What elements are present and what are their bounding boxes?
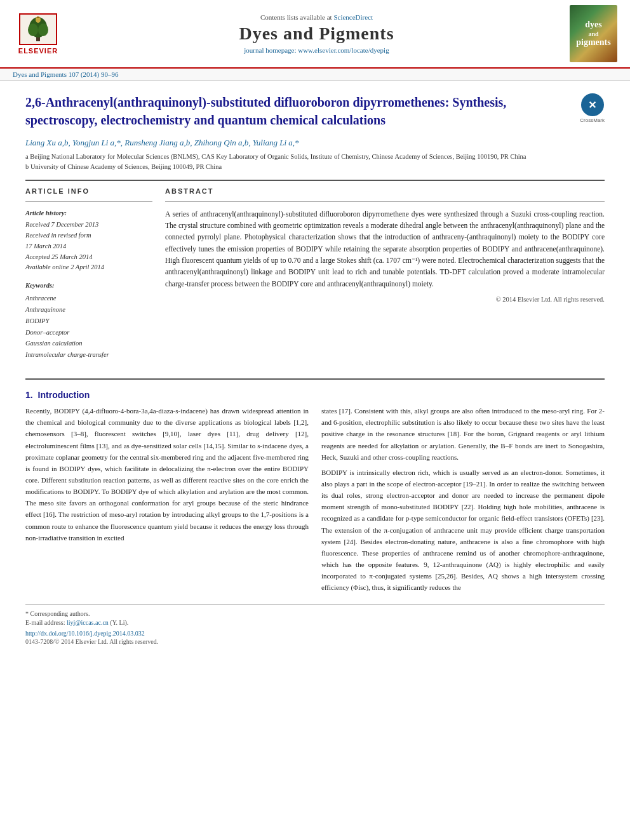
article-info-col: ARTICLE INFO Article history: Received 7… bbox=[25, 187, 152, 369]
abstract-divider bbox=[165, 201, 605, 202]
keyword-2: Anthraquinone bbox=[25, 304, 152, 316]
authors: Liang Xu a,b, Yongjun Li a,*, Runsheng J… bbox=[25, 138, 605, 148]
elsevier-label: ELSEVIER bbox=[18, 47, 58, 55]
abstract-col: ABSTRACT A series of anthracenyl(anthraq… bbox=[165, 187, 605, 369]
citation-bar: Dyes and Pigments 107 (2014) 90–96 bbox=[0, 69, 630, 81]
abstract-heading: ABSTRACT bbox=[165, 187, 605, 195]
intro-title: Introduction bbox=[38, 390, 90, 400]
elsevier-logo-box bbox=[19, 13, 57, 45]
keyword-4: Donor–acceptor bbox=[25, 327, 152, 338]
email-note: (Y. Li). bbox=[110, 619, 128, 626]
crossmark-circle: ✕ bbox=[581, 93, 604, 116]
available-date: Available online 2 April 2014 bbox=[25, 263, 104, 270]
doi-link[interactable]: http://dx.doi.org/10.1016/j.dyepig.2014.… bbox=[25, 630, 145, 637]
article-info-heading: ARTICLE INFO bbox=[25, 187, 152, 195]
keyword-3: BODIPY bbox=[25, 316, 152, 327]
doi-line: http://dx.doi.org/10.1016/j.dyepig.2014.… bbox=[25, 630, 605, 637]
intro-col2-p1: states [17]. Consistent with this, alkyl… bbox=[321, 405, 605, 463]
svg-point-3 bbox=[28, 23, 38, 36]
journal-header: ELSEVIER Contents lists available at Sci… bbox=[0, 0, 630, 69]
abstract-text: A series of anthracenyl(anthraquinonyl)-… bbox=[165, 208, 605, 306]
abstract-body: A series of anthracenyl(anthraquinonyl)-… bbox=[165, 210, 605, 288]
keyword-5: Gaussian calculation bbox=[25, 338, 152, 349]
contents-line: Contents lists available at ScienceDirec… bbox=[76, 13, 557, 21]
email-line: E-mail address: liyj@iccas.ac.cn (Y. Li)… bbox=[25, 619, 605, 626]
issn-line: 0143-7208/© 2014 Elsevier Ltd. All right… bbox=[25, 638, 605, 645]
history-label: Article history: bbox=[25, 208, 152, 219]
main-divider bbox=[25, 180, 605, 181]
citation-text: Dyes and Pigments 107 (2014) 90–96 bbox=[13, 70, 119, 78]
keywords-section: Keywords: Anthracene Anthraquinone BODIP… bbox=[25, 281, 152, 361]
page: ELSEVIER Contents lists available at Sci… bbox=[0, 0, 630, 840]
keyword-6: Intramolecular charge-transfer bbox=[25, 349, 152, 361]
corresponding-authors-note: * Corresponding authors. bbox=[25, 610, 605, 617]
affiliation-b: b University of Chinese Academy of Scien… bbox=[25, 162, 605, 172]
elsevier-logo: ELSEVIER bbox=[13, 13, 64, 55]
intro-col-left: Recently, BODIPY (4,4-difluoro-4-bora-3a… bbox=[25, 405, 309, 597]
sciencedirect-link[interactable]: ScienceDirect bbox=[333, 13, 373, 21]
info-divider bbox=[25, 201, 152, 202]
keywords-label: Keywords: bbox=[25, 281, 152, 291]
affiliations: a Beijing National Laboratory for Molecu… bbox=[25, 152, 605, 172]
paper-title: 2,6-Anthracenyl(anthraquinonyl)-substitu… bbox=[25, 93, 560, 129]
homepage-url[interactable]: www.elsevier.com/locate/dyepig bbox=[298, 46, 389, 54]
intro-number: 1. bbox=[25, 390, 33, 400]
accepted-date: Accepted 25 March 2014 bbox=[25, 253, 92, 260]
journal-title: Dyes and Pigments bbox=[76, 23, 557, 44]
svg-rect-6 bbox=[37, 17, 39, 18]
affiliation-a: a Beijing National Laboratory for Molecu… bbox=[25, 152, 605, 162]
main-content: 2,6-Anthracenyl(anthraquinonyl)-substitu… bbox=[0, 81, 630, 658]
crossmark-label: CrossMark bbox=[580, 117, 605, 123]
revised-date: 17 March 2014 bbox=[25, 243, 66, 250]
revised-label: Received in revised form bbox=[25, 232, 91, 239]
crossmark-badge: ✕ CrossMark bbox=[580, 93, 605, 123]
footnotes-area: * Corresponding authors. E-mail address:… bbox=[25, 604, 605, 645]
email-address[interactable]: liyj@iccas.ac.cn bbox=[67, 619, 109, 626]
intro-two-col: Recently, BODIPY (4,4-difluoro-4-bora-3a… bbox=[25, 405, 605, 597]
received-date: Received 7 December 2013 bbox=[25, 221, 98, 228]
journal-center: Contents lists available at ScienceDirec… bbox=[64, 13, 570, 54]
copyright-notice: © 2014 Elsevier Ltd. All rights reserved… bbox=[165, 295, 605, 305]
journal-thumbnail: dyes and pigments bbox=[570, 5, 617, 62]
intro-col-right: states [17]. Consistent with this, alkyl… bbox=[321, 405, 605, 597]
intro-heading: 1. Introduction bbox=[25, 390, 605, 400]
svg-point-4 bbox=[38, 23, 48, 36]
intro-col1-p1: Recently, BODIPY (4,4-difluoro-4-bora-3a… bbox=[25, 405, 309, 543]
article-history: Article history: Received 7 December 201… bbox=[25, 208, 152, 274]
keyword-1: Anthracene bbox=[25, 293, 152, 304]
body-divider bbox=[25, 378, 605, 380]
journal-homepage: journal homepage: www.elsevier.com/locat… bbox=[76, 46, 557, 54]
intro-col2-p2: BODIPY is intrinsically electron rich, w… bbox=[321, 467, 605, 594]
body-area: 1. Introduction Recently, BODIPY (4,4-di… bbox=[25, 390, 605, 597]
keywords-list: Anthracene Anthraquinone BODIPY Donor–ac… bbox=[25, 293, 152, 361]
article-info-abstract: ARTICLE INFO Article history: Received 7… bbox=[25, 187, 605, 369]
